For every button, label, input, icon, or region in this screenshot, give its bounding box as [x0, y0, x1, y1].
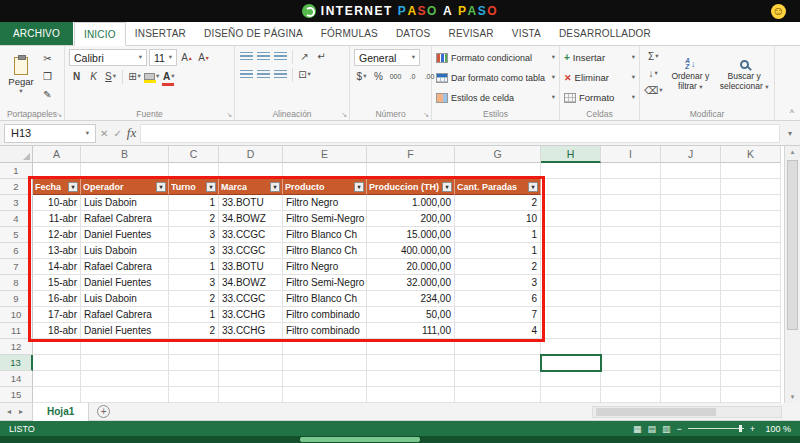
- bold-button[interactable]: N: [69, 69, 84, 84]
- tab-insertar[interactable]: INSERTAR: [126, 22, 195, 45]
- cell-J2[interactable]: [661, 179, 721, 195]
- paste-button[interactable]: Pegar ▾: [4, 50, 38, 102]
- scroll-down-icon[interactable]: ▾: [785, 393, 800, 401]
- orientation-button[interactable]: ↗: [297, 49, 312, 64]
- column-header-e[interactable]: E: [283, 146, 367, 163]
- cell-K4[interactable]: [721, 211, 781, 227]
- cell-E15[interactable]: [283, 387, 367, 403]
- row-header-13[interactable]: 13: [0, 355, 33, 371]
- dialog-launcher-icon[interactable]: ↘: [226, 111, 232, 119]
- cell-I8[interactable]: [601, 275, 661, 291]
- collapse-ribbon-icon[interactable]: ^: [790, 108, 794, 118]
- column-header-h[interactable]: H: [541, 146, 601, 163]
- cell-G13[interactable]: [455, 355, 541, 371]
- cell-H8[interactable]: [541, 275, 601, 291]
- cell-A13[interactable]: [33, 355, 81, 371]
- zoom-slider[interactable]: [688, 428, 744, 429]
- comma-style-button[interactable]: 000: [388, 69, 403, 84]
- cell-J7[interactable]: [661, 259, 721, 275]
- cell-J12[interactable]: [661, 339, 721, 355]
- align-right-button[interactable]: [273, 67, 288, 82]
- format-as-table-button[interactable]: Dar formato como tabla ▾: [436, 69, 555, 86]
- wrap-text-button[interactable]: ↵: [314, 49, 329, 64]
- cell-H4[interactable]: [541, 211, 601, 227]
- increase-decimal-button[interactable]: .0: [405, 69, 420, 84]
- find-select-button[interactable]: Buscar y seleccionar ▾: [718, 56, 770, 92]
- expand-formula-bar-icon[interactable]: ▾: [784, 129, 796, 138]
- column-header-a[interactable]: A: [33, 146, 81, 163]
- cell-K8[interactable]: [721, 275, 781, 291]
- insert-button[interactable]: + Insertar ▾: [564, 49, 635, 66]
- cell-F13[interactable]: [367, 355, 455, 371]
- zoom-in-button[interactable]: +: [750, 424, 755, 434]
- clear-button[interactable]: ⌫▾: [644, 83, 662, 98]
- autosum-button[interactable]: Σ▾: [644, 49, 662, 64]
- add-sheet-button[interactable]: +: [97, 405, 110, 418]
- tab-vista[interactable]: VISTA: [503, 22, 550, 45]
- column-header-b[interactable]: B: [81, 146, 169, 163]
- cell-K11[interactable]: [721, 323, 781, 339]
- vertical-scrollbar[interactable]: ▴ ▾: [784, 146, 800, 403]
- dialog-launcher-icon[interactable]: ↘: [341, 111, 347, 119]
- cell-D13[interactable]: [219, 355, 283, 371]
- cell-J6[interactable]: [661, 243, 721, 259]
- cell-H10[interactable]: [541, 307, 601, 323]
- column-header-g[interactable]: G: [455, 146, 541, 163]
- formula-input[interactable]: [140, 124, 780, 143]
- font-color-button[interactable]: A▾: [161, 69, 176, 84]
- cell-H7[interactable]: [541, 259, 601, 275]
- cell-I9[interactable]: [601, 291, 661, 307]
- cell-J15[interactable]: [661, 387, 721, 403]
- align-left-button[interactable]: [239, 67, 254, 82]
- cell-I3[interactable]: [601, 195, 661, 211]
- column-header-d[interactable]: D: [219, 146, 283, 163]
- cell-C15[interactable]: [169, 387, 219, 403]
- tab-formulas[interactable]: FÓRMULAS: [312, 22, 387, 45]
- tab-desarrollador[interactable]: DESARROLLADOR: [550, 22, 660, 45]
- font-size-select[interactable]: 11 ▾: [149, 49, 177, 66]
- cell-H1[interactable]: [541, 163, 601, 179]
- cell-K10[interactable]: [721, 307, 781, 323]
- cell-K2[interactable]: [721, 179, 781, 195]
- cell-K3[interactable]: [721, 195, 781, 211]
- align-bottom-button[interactable]: [273, 49, 288, 64]
- cell-C14[interactable]: [169, 371, 219, 387]
- zoom-level[interactable]: 100 %: [761, 424, 791, 434]
- cell-B13[interactable]: [81, 355, 169, 371]
- fill-button[interactable]: ↓▾: [644, 66, 662, 81]
- tab-inicio[interactable]: INICIO: [74, 22, 126, 46]
- italic-button[interactable]: K: [86, 69, 101, 84]
- currency-button[interactable]: $▾: [354, 69, 369, 84]
- borders-button[interactable]: ⊞▾: [127, 69, 142, 84]
- number-format-select[interactable]: General ▾: [354, 49, 420, 66]
- cell-K15[interactable]: [721, 387, 781, 403]
- cell-J1[interactable]: [661, 163, 721, 179]
- fx-icon[interactable]: fx: [127, 125, 136, 141]
- cell-K1[interactable]: [721, 163, 781, 179]
- horizontal-scroll-thumb[interactable]: [596, 408, 716, 416]
- tab-diseno-de-pagina[interactable]: DISEÑO DE PÁGINA: [195, 22, 312, 45]
- cell-J14[interactable]: [661, 371, 721, 387]
- select-all-corner[interactable]: [0, 146, 33, 163]
- cell-A15[interactable]: [33, 387, 81, 403]
- cut-button[interactable]: ✂: [40, 51, 55, 66]
- font-name-select[interactable]: Calibri ▾: [69, 49, 147, 66]
- cell-G14[interactable]: [455, 371, 541, 387]
- tab-datos[interactable]: DATOS: [387, 22, 440, 45]
- merge-center-button[interactable]: ⊡▾: [297, 67, 312, 82]
- cell-E13[interactable]: [283, 355, 367, 371]
- cell-A14[interactable]: [33, 371, 81, 387]
- row-header-14[interactable]: 14: [0, 371, 33, 387]
- cell-J11[interactable]: [661, 323, 721, 339]
- dialog-launcher-icon[interactable]: ↘: [423, 111, 429, 119]
- align-top-button[interactable]: [239, 49, 254, 64]
- cell-J8[interactable]: [661, 275, 721, 291]
- view-page-layout-icon[interactable]: ▤: [647, 424, 656, 434]
- vertical-scroll-thumb[interactable]: [787, 160, 798, 330]
- view-normal-icon[interactable]: ▦: [633, 424, 642, 434]
- horizontal-scrollbar[interactable]: [592, 406, 782, 418]
- column-header-f[interactable]: F: [367, 146, 455, 163]
- cell-J13[interactable]: [661, 355, 721, 371]
- name-box[interactable]: H13 ▾: [4, 124, 96, 143]
- cell-H12[interactable]: [541, 339, 601, 355]
